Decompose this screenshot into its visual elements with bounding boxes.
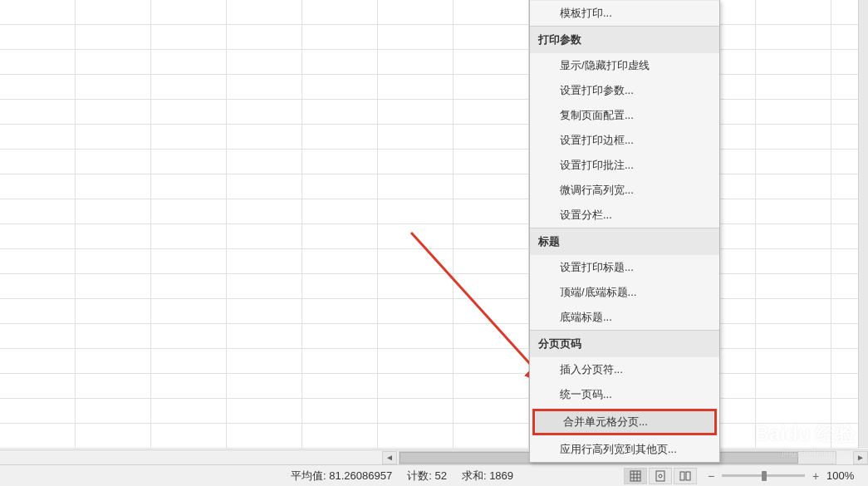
zoom-slider[interactable]: [722, 474, 805, 477]
menu-section-pagination: 分页页码: [530, 330, 719, 357]
menu-item-set-print-comments[interactable]: 设置打印批注...: [530, 153, 719, 178]
scroll-right-button[interactable]: ►: [853, 451, 868, 464]
menu-item-toggle-print-line[interactable]: 显示/隐藏打印虚线: [530, 53, 719, 78]
svg-rect-7: [656, 471, 664, 481]
spreadsheet-area: [0, 0, 868, 449]
horizontal-scrollbar: ◄ ►: [0, 449, 868, 464]
menu-item-set-print-params[interactable]: 设置打印参数...: [530, 78, 719, 103]
view-normal-button[interactable]: [624, 468, 647, 484]
context-menu: 模板打印... 打印参数 显示/隐藏打印虚线 设置打印参数... 复制页面配置.…: [529, 0, 720, 463]
status-sum: 求和: 1869: [462, 469, 513, 484]
svg-point-8: [659, 474, 662, 478]
menu-item-bottom-title[interactable]: 底端标题...: [530, 305, 719, 330]
menu-item-copy-page-config[interactable]: 复制页面配置...: [530, 103, 719, 128]
grid-icon: [630, 470, 641, 482]
page-icon: [655, 470, 666, 482]
menu-item-set-columns[interactable]: 设置分栏...: [530, 203, 719, 228]
zoom-slider-thumb[interactable]: [762, 471, 767, 481]
svg-rect-2: [630, 471, 640, 481]
zoom-out-button[interactable]: −: [705, 470, 717, 482]
spreadsheet-grid[interactable]: [0, 0, 868, 449]
vertical-scrollbar[interactable]: [858, 0, 868, 449]
status-count: 计数: 52: [407, 469, 447, 484]
view-pagebreak-button[interactable]: [674, 468, 697, 484]
menu-item-set-print-title[interactable]: 设置打印标题...: [530, 255, 719, 280]
menu-item-insert-pagebreak[interactable]: 插入分页符...: [530, 357, 719, 382]
menu-item-unify-page-number[interactable]: 统一页码...: [530, 382, 719, 407]
menu-item-set-print-border[interactable]: 设置打印边框...: [530, 128, 719, 153]
zoom-controls: − + 100%: [705, 469, 860, 482]
status-bar: 平均值: 81.26086957 计数: 52 求和: 1869 − + 100…: [0, 464, 868, 486]
menu-item-adjust-row-col[interactable]: 微调行高列宽...: [530, 178, 719, 203]
menu-item-apply-row-col-other[interactable]: 应用行高列宽到其他页...: [530, 437, 719, 462]
scroll-left-button[interactable]: ◄: [382, 451, 397, 464]
zoom-in-button[interactable]: +: [810, 470, 821, 482]
status-stats: 平均值: 81.26086957 计数: 52 求和: 1869: [291, 469, 513, 484]
zoom-percentage[interactable]: 100%: [826, 469, 860, 482]
menu-section-print-params: 打印参数: [530, 26, 719, 53]
view-page-layout-button[interactable]: [649, 468, 672, 484]
menu-item-top-bottom-title[interactable]: 顶端/底端标题...: [530, 280, 719, 305]
status-average: 平均值: 81.26086957: [291, 469, 392, 484]
svg-rect-9: [680, 472, 684, 480]
pagebreak-icon: [679, 470, 691, 482]
menu-item-merge-cell-pagination[interactable]: 合并单元格分页...: [533, 410, 716, 434]
view-mode-buttons: [624, 468, 697, 484]
menu-section-title: 标题: [530, 228, 719, 255]
svg-rect-10: [686, 472, 690, 480]
menu-item-template-print[interactable]: 模板打印...: [530, 0, 719, 26]
